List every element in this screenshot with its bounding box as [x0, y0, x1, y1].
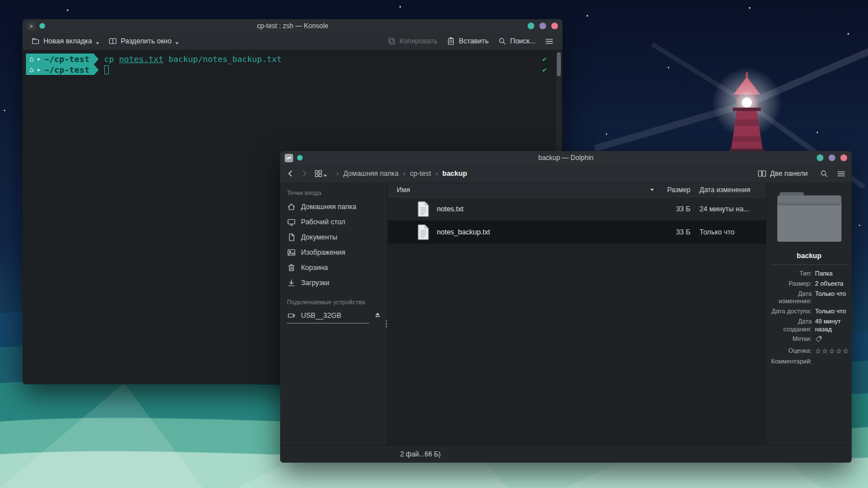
sidebar-item-label: Домашняя папка — [301, 203, 356, 211]
dolphin-main: Точки входа Домашняя папка Рабочий стол … — [280, 183, 852, 445]
sidebar-item-pictures[interactable]: Изображения — [280, 245, 387, 260]
info-fields: Тип: Папка Размер: 2 объекта Дата измене… — [771, 270, 847, 366]
prompt-arrow-icon: ▸ — [37, 66, 41, 73]
field-label-size: Размер: — [771, 280, 812, 288]
sidebar-item-desktop[interactable]: Рабочий стол — [280, 214, 387, 229]
konsole-toolbar: Новая вкладка Разделить окно Копировать … — [23, 33, 563, 50]
eject-icon — [374, 311, 382, 319]
places-panel: Точки входа Домашняя папка Рабочий стол … — [280, 183, 388, 445]
split-window-button[interactable]: Разделить окно — [104, 34, 183, 48]
konsole-tab-dot-icon — [39, 23, 45, 29]
back-button[interactable] — [286, 169, 295, 178]
dolphin-toolbar: › Домашняя папка › cp-test › backup Две … — [280, 165, 852, 183]
file-row-notes-backup[interactable]: notes_backup.txt 33 Б Только что — [388, 220, 766, 243]
search-button[interactable]: Поиск... — [494, 34, 539, 48]
forward-arrow-icon — [300, 169, 309, 178]
rating-stars[interactable]: ☆☆☆☆☆ — [815, 347, 849, 356]
split-window-label: Разделить окно — [121, 37, 171, 45]
hamburger-menu-icon — [544, 37, 554, 46]
breadcrumb-backup[interactable]: backup — [442, 170, 467, 178]
usb-drive-icon — [287, 311, 296, 320]
command-arg-source: notes.txt — [119, 55, 163, 64]
dolphin-window: backup — Dolphin › Домашняя па — [280, 151, 852, 463]
column-date[interactable]: Дата изменения — [699, 186, 758, 194]
paste-label: Вставить — [459, 37, 489, 45]
file-view[interactable]: Имя Размер Дата изменения notes.txt — [388, 183, 766, 445]
dolphin-menu-button[interactable] — [836, 169, 846, 179]
command-arg-dest: backup/notes_backup.txt — [169, 55, 282, 64]
konsole-titlebar[interactable]: > cp-test : zsh — Konsole — [23, 19, 563, 33]
image-icon — [287, 248, 296, 257]
search-label: Поиск... — [510, 37, 535, 45]
home-icon: ⌂ — [29, 55, 34, 63]
command-name: cp — [104, 55, 114, 64]
prompt-path: ~/cp-test — [44, 55, 94, 64]
terminal-cursor — [104, 65, 109, 74]
document-icon — [287, 233, 296, 242]
prompt-arrow-icon: ▸ — [37, 55, 41, 63]
download-icon — [287, 278, 296, 287]
folder-icon — [776, 191, 843, 243]
places-header: Точки входа — [280, 188, 387, 199]
panel-splitter-handle[interactable] — [386, 320, 387, 322]
sidebar-item-downloads[interactable]: Загрузки — [280, 275, 387, 290]
sidebar-item-label: Изображения — [301, 249, 346, 256]
breadcrumb-home[interactable]: Домашняя папка — [343, 170, 398, 178]
devices-header: Подключаемые устройства — [280, 297, 387, 308]
information-panel: backup Тип: Папка Размер: 2 объекта Дата… — [766, 183, 852, 445]
back-arrow-icon — [286, 169, 295, 178]
command-text: cp notes.txt backup/notes_backup.txt — [104, 55, 282, 64]
text-file-icon — [417, 201, 429, 217]
field-value-type: Папка — [815, 270, 849, 278]
view-mode-button[interactable] — [314, 169, 327, 178]
dolphin-titlebar[interactable]: backup — Dolphin — [280, 151, 852, 165]
sidebar-item-documents[interactable]: Документы — [280, 229, 387, 245]
search-icon — [820, 169, 829, 178]
split-panels-button[interactable]: Две панели — [754, 167, 812, 180]
split-window-icon — [108, 37, 117, 46]
konsole-app-icon: > — [27, 22, 36, 30]
copy-label: Копировать — [400, 37, 437, 45]
dolphin-maximize-button[interactable] — [829, 154, 835, 161]
dolphin-search-button[interactable] — [820, 169, 829, 178]
breadcrumb-cp-test[interactable]: cp-test — [410, 170, 431, 178]
file-size: 33 Б — [658, 205, 690, 213]
copy-button[interactable]: Копировать — [383, 34, 441, 48]
sidebar-item-home[interactable]: Домашняя папка — [280, 199, 387, 214]
hamburger-menu-icon — [836, 169, 846, 179]
search-icon — [498, 37, 507, 46]
paste-button[interactable]: Вставить — [442, 34, 493, 48]
dolphin-close-button[interactable] — [840, 154, 847, 161]
field-value-modified: Только что — [815, 290, 849, 306]
new-tab-icon — [31, 37, 40, 46]
divider — [771, 264, 847, 265]
field-value-size: 2 объекта — [815, 280, 849, 288]
dolphin-app-icon — [285, 154, 293, 162]
field-value-comment[interactable] — [815, 358, 849, 366]
forward-button[interactable] — [300, 169, 309, 178]
chevron-down-icon — [175, 42, 179, 45]
file-row-notes[interactable]: notes.txt 33 Б 24 минуты на... — [388, 197, 766, 220]
status-text: 2 фай...66 Б) — [400, 450, 441, 458]
konsole-close-button[interactable] — [551, 23, 558, 29]
text-file-icon — [417, 224, 429, 240]
sort-descending-icon — [650, 189, 654, 191]
konsole-minimize-button[interactable] — [528, 23, 534, 29]
dolphin-minimize-button[interactable] — [817, 154, 823, 161]
copy-icon — [387, 37, 396, 46]
sidebar-item-trash[interactable]: Корзина — [280, 260, 387, 275]
terminal-line-command: ⌂ ▸ ~/cp-test cp notes.txt backup/notes_… — [26, 54, 556, 64]
scrollbar-thumb[interactable] — [557, 52, 561, 76]
info-folder-name: backup — [797, 252, 822, 260]
file-date: 24 минуты на... — [699, 205, 758, 213]
field-value-accessed: Только что — [815, 308, 849, 316]
success-check-icon: ✔ — [542, 65, 547, 74]
sidebar-item-usb[interactable]: USB__32GB — [280, 308, 387, 323]
column-name[interactable]: Имя — [397, 186, 650, 194]
new-tab-button[interactable]: Новая вкладка — [27, 34, 103, 48]
eject-button[interactable] — [374, 311, 382, 321]
field-value-tags[interactable] — [815, 335, 849, 345]
menu-button[interactable] — [541, 34, 558, 48]
column-size[interactable]: Размер — [658, 186, 690, 194]
konsole-maximize-button[interactable] — [539, 23, 546, 29]
